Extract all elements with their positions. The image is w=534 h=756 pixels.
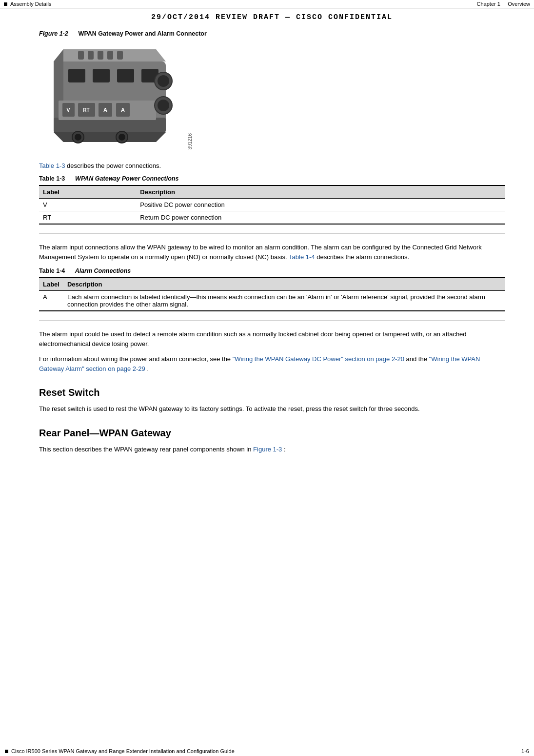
alarm-body-paragraph: The alarm input connections allow the WP… [39,243,505,262]
table-1-4: Label Description A Each alarm connectio… [39,277,505,311]
reset-switch-heading: Reset Switch [39,387,505,398]
table-1-4-col-desc: Description [63,278,505,291]
table-1-3-caption: Table 1-3 WPAN Gateway Power Connections [39,175,505,182]
table-row: A Each alarm connection is labeled ident… [39,291,505,311]
table-1-4-col-label: Label [39,278,63,291]
reset-body: The reset switch is used to rest the WPA… [39,404,505,414]
svg-text:A: A [103,107,107,113]
footer-bar: Cisco IR500 Series WPAN Gateway and Rang… [0,746,534,756]
svg-rect-25 [107,51,113,60]
footer-left: Cisco IR500 Series WPAN Gateway and Rang… [5,748,235,754]
svg-rect-22 [78,51,84,60]
footer-page-number: 1-6 [521,748,529,754]
table-1-3-link[interactable]: Table 1-3 [39,162,65,169]
svg-rect-5 [68,69,85,82]
connector-svg: V RT A A [39,42,185,154]
figure-1-3-link[interactable]: Figure 1-3 [253,446,282,453]
table-ref-text: Table 1-3 describes the power connection… [39,162,505,169]
svg-rect-24 [98,51,103,60]
table-1-3: Label Description V Positive DC power co… [39,185,505,225]
bullet-icon [4,2,7,6]
top-bar: Assembly Details Chapter 1 Overview [0,0,534,8]
figure-caption: Figure 1-2 WPAN Gateway Power and Alarm … [39,30,505,37]
footer-bullet-icon [5,750,8,753]
svg-rect-23 [88,51,94,60]
svg-point-21 [158,100,169,111]
table-1-3-row1-desc: Positive DC power connection [136,199,505,211]
table-1-4-caption: Table 1-4 Alarm Connections [39,267,505,274]
draft-header: 29/OCT/2014 REVIEW DRAFT — CISCO CONFIDE… [39,13,505,21]
figure-image-area: V RT A A [39,42,505,154]
svg-rect-6 [93,69,110,82]
table-row: RT Return DC power connection [39,211,505,225]
figure-label: Figure 1-2 [39,30,68,37]
figure-number: 391216 [187,133,193,149]
svg-rect-26 [117,51,123,60]
page-content: 29/OCT/2014 REVIEW DRAFT — CISCO CONFIDE… [0,13,534,479]
svg-text:V: V [66,107,70,113]
svg-point-19 [158,75,169,87]
chapter-label: Chapter 1 Overview [477,1,530,7]
table-1-4-link[interactable]: Table 1-4 [289,253,315,261]
svg-point-30 [119,134,125,141]
section-rule-2 [39,320,505,321]
svg-rect-7 [117,69,134,82]
breadcrumb-label: Assembly Details [10,1,51,7]
section-rule [39,233,505,234]
table-1-4-row1-desc: Each alarm connection is labeled identic… [63,291,505,311]
table-row: V Positive DC power connection [39,199,505,211]
table-1-4-row1-label: A [39,291,63,311]
wiring-dc-power-link[interactable]: "Wiring the WPAN Gateway DC Power" secti… [233,355,404,363]
table-1-3-col-desc: Description [136,185,505,199]
figure-title: WPAN Gateway Power and Alarm Connector [79,30,207,37]
svg-text:RT: RT [83,107,89,113]
rear-panel-heading: Rear Panel—WPAN Gateway [39,428,505,439]
table-1-3-row2-desc: Return DC power connection [136,211,505,225]
svg-text:A: A [121,107,125,113]
alarm-body-2: For information about wiring the power a… [39,354,505,373]
alarm-body-1: The alarm input could be used to detect … [39,329,505,348]
table-1-3-row2-label: RT [39,211,136,225]
rear-panel-body: This section describes the WPAN gateway … [39,445,505,454]
table-1-3-col-label: Label [39,185,136,199]
svg-marker-4 [54,132,166,142]
table-1-3-row1-label: V [39,199,136,211]
breadcrumb: Assembly Details [4,1,51,7]
footer-text: Cisco IR500 Series WPAN Gateway and Rang… [11,748,235,754]
svg-point-28 [75,134,81,141]
